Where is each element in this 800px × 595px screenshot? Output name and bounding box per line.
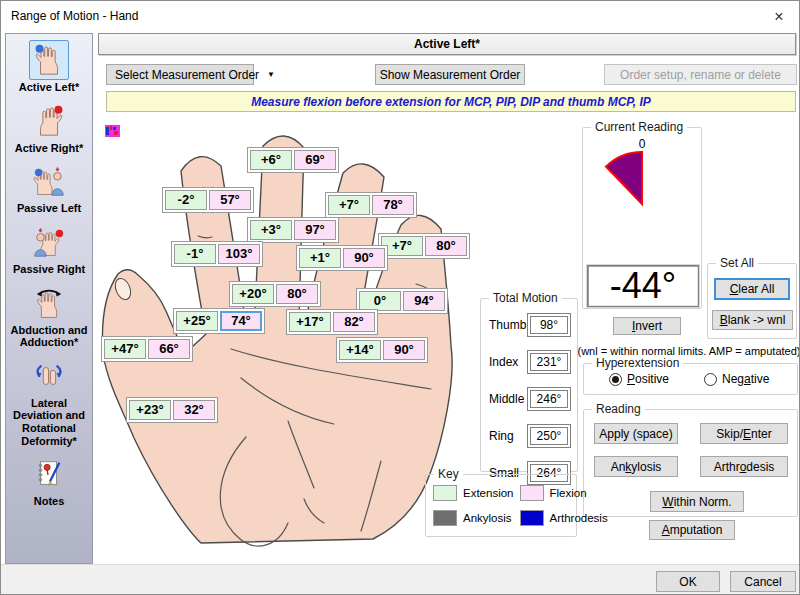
flexion-value-cell[interactable]: 66° xyxy=(148,339,190,359)
joint-label-ring-pip: +1° 90° xyxy=(296,245,388,271)
sidebar-item-notes[interactable]: Notes xyxy=(7,454,91,508)
flexion-value-cell[interactable]: 103° xyxy=(218,244,260,264)
flexion-value-cell[interactable]: 90° xyxy=(383,340,425,360)
flexion-value-cell[interactable]: 80° xyxy=(425,236,467,256)
hand-blue-dot-icon xyxy=(29,40,69,80)
skip-enter-button[interactable]: Skip/Enter xyxy=(700,423,788,444)
sidebar-item-label: Active Right* xyxy=(15,142,83,155)
extension-value-cell[interactable]: +20° xyxy=(232,284,274,304)
joint-label-index-pip: -1° 103° xyxy=(171,241,263,267)
joint-label-middle-pip: +3° 97° xyxy=(247,217,339,243)
extension-value-cell[interactable]: +6° xyxy=(250,150,292,170)
flexion-value-cell[interactable]: 74° xyxy=(220,311,262,331)
extension-value-cell[interactable]: +25° xyxy=(176,311,218,331)
show-measurement-order-button[interactable]: Show Measurement Order xyxy=(375,64,525,85)
extension-value-cell[interactable]: +47° xyxy=(104,339,146,359)
apply-button[interactable]: Apply (space) xyxy=(594,423,678,444)
flexion-value-cell[interactable]: 94° xyxy=(403,291,445,311)
total-motion-finger-label: Index xyxy=(489,355,518,369)
amputation-button[interactable]: Amputation xyxy=(649,520,735,540)
ankylosis-button[interactable]: Ankylosis xyxy=(594,456,678,477)
flexion-value-cell[interactable]: 90° xyxy=(343,248,385,268)
sidebar-item-label: Passive Left xyxy=(17,202,81,215)
total-motion-title: Total Motion xyxy=(489,291,562,305)
page-header: Active Left* xyxy=(98,33,796,55)
joint-label-small-dip: +7° 80° xyxy=(378,233,470,259)
mini-norm-icon xyxy=(105,125,120,137)
radio-positive[interactable]: Positive xyxy=(609,372,669,386)
joint-label-index-mcp: +20° 80° xyxy=(229,281,321,307)
hand-person-red-dot-icon xyxy=(29,222,69,262)
key-title: Key xyxy=(434,467,463,481)
sidebar-item-lateral-deviation-and-rotational-deformity[interactable]: Lateral Deviation and Rotational Deformi… xyxy=(7,356,91,448)
flexion-value-cell[interactable]: 57° xyxy=(209,190,251,210)
select-measurement-order-dropdown[interactable]: Select Measurement Order ▼ xyxy=(106,64,254,85)
close-icon[interactable]: × xyxy=(767,5,791,29)
total-motion-row: Index 231° xyxy=(489,350,571,374)
key-label: Flexion xyxy=(550,487,587,499)
extension-value-cell[interactable]: +3° xyxy=(250,220,292,240)
clear-all-button[interactable]: Clear All xyxy=(714,278,790,300)
key-label: Ankylosis xyxy=(463,512,512,524)
total-motion-row: Ring 250° xyxy=(489,424,571,448)
within-norm-button[interactable]: Within Norm. xyxy=(650,491,744,512)
extension-value-cell[interactable]: -1° xyxy=(174,244,216,264)
hand-person-blue-dot-icon xyxy=(29,161,69,201)
radio-negative-label: Negative xyxy=(722,372,769,386)
extension-value-cell[interactable]: +23° xyxy=(129,400,171,420)
flexion-value-cell[interactable]: 69° xyxy=(294,150,336,170)
gauge-wedge xyxy=(606,152,642,204)
range-of-motion-hand-dialog: Range of Motion - Hand × Active Left* Ac… xyxy=(0,0,800,595)
sidebar-item-abduction-and-adduction[interactable]: Abduction and Adduction* xyxy=(7,283,91,349)
total-motion-row: Middle 246° xyxy=(489,387,571,411)
extension-value-cell[interactable]: 0° xyxy=(359,291,401,311)
current-reading-value: -44° xyxy=(587,265,699,307)
chevron-down-icon: ▼ xyxy=(267,70,275,79)
total-motion-value-box: 231° xyxy=(527,350,571,374)
extension-value-cell[interactable]: +7° xyxy=(328,195,370,215)
key-entry: Extension xyxy=(433,485,514,501)
flexion-value-cell[interactable]: 32° xyxy=(173,400,215,420)
reading-title: Reading xyxy=(592,402,645,416)
blank-to-wnl-button[interactable]: Blank -> wnl xyxy=(712,310,793,330)
flexion-value-cell[interactable]: 78° xyxy=(372,195,414,215)
key-label: Extension xyxy=(463,487,514,499)
set-all-title: Set All xyxy=(716,256,758,270)
sidebar-item-active-right[interactable]: Active Right* xyxy=(7,101,91,155)
extension-value-cell[interactable]: +14° xyxy=(339,340,381,360)
invert-button[interactable]: Invert xyxy=(613,317,681,335)
joint-label-ring-mcp: +17° 82° xyxy=(286,309,378,335)
flexion-value-cell[interactable]: 80° xyxy=(276,284,318,304)
sidebar-item-label: Lateral Deviation and Rotational Deformi… xyxy=(7,397,91,448)
extension-value-cell[interactable]: +17° xyxy=(289,312,331,332)
total-motion-finger-label: Ring xyxy=(489,429,514,443)
key-entry: Arthrodesis xyxy=(520,510,608,526)
joint-label-small-mcp: +14° 90° xyxy=(336,337,428,363)
total-motion-value-box: 250° xyxy=(527,424,571,448)
joint-label-middle-dip: +6° 69° xyxy=(247,147,339,173)
cancel-button[interactable]: Cancel xyxy=(730,571,796,592)
order-setup-button: Order setup, rename or delete xyxy=(604,64,797,85)
flexion-value-cell[interactable]: 97° xyxy=(294,220,336,240)
total-motion-value-box: 98° xyxy=(527,313,571,337)
current-reading-title: Current Reading xyxy=(591,120,687,134)
extension-value-cell[interactable]: +1° xyxy=(299,248,341,268)
sidebar-item-label: Abduction and Adduction* xyxy=(7,324,91,349)
hand-spread-arrows-icon xyxy=(29,283,69,323)
sidebar-item-active-left[interactable]: Active Left* xyxy=(7,40,91,94)
key-label: Arthrodesis xyxy=(550,512,608,524)
radio-negative[interactable]: Negative xyxy=(704,372,769,386)
arthrodesis-button[interactable]: Arthrodesis xyxy=(700,456,788,477)
joint-label-middle-mcp: +25° 74° xyxy=(173,308,265,334)
radio-dot xyxy=(704,373,717,386)
joint-label-thumb-mcp: +23° 32° xyxy=(126,397,218,423)
flexion-value-cell[interactable]: 82° xyxy=(333,312,375,332)
sidebar-item-passive-left[interactable]: Passive Left xyxy=(7,161,91,215)
sidebar-item-label: Notes xyxy=(34,495,65,508)
total-motion-value-box: 246° xyxy=(527,387,571,411)
joint-label-ring-dip: +7° 78° xyxy=(325,192,417,218)
ok-button[interactable]: OK xyxy=(656,571,720,592)
sidebar-item-passive-right[interactable]: Passive Right xyxy=(7,222,91,276)
sidebar-item-label: Passive Right xyxy=(13,263,85,276)
extension-value-cell[interactable]: -2° xyxy=(165,190,207,210)
